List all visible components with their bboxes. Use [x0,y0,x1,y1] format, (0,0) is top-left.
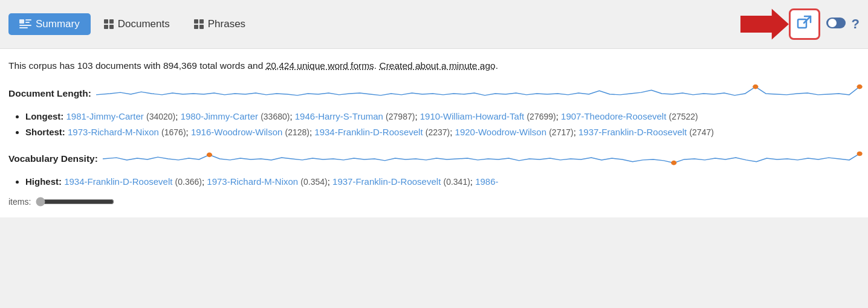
vocabulary-density-section-header: Vocabulary Density: [8,147,860,170]
svg-point-11 [857,85,862,89]
top-bar: Summary Documents Phrases [0,0,868,49]
link-1946-harry-s-truman[interactable]: 1946-Harry-S-Truman [295,111,383,121]
list-item-longest: Longest: 1981-Jimmy-Carter (34020); 1980… [25,109,860,124]
help-icon[interactable]: ? [852,16,860,32]
red-arrow [740,6,789,42]
summary-icon [19,19,31,29]
tab-summary[interactable]: Summary [8,13,91,35]
corpus-info: This corpus has 103 documents with 894,3… [8,59,860,72]
document-length-sparkline [96,82,860,105]
link-1907-theodore-roosevelt[interactable]: 1907-Theodore-Roosevelt [561,111,666,121]
svg-rect-1 [25,19,31,21]
unique-word-forms: 20,424 unique word forms [266,60,374,71]
svg-point-10 [753,85,758,89]
arrow-box-container [740,6,820,42]
main-content: This corpus has 103 documents with 894,3… [0,49,868,217]
link-1973-richard-m-nixon[interactable]: 1973-Richard-M-Nixon [68,127,159,137]
list-item-shortest: Shortest: 1973-Richard-M-Nixon (1676); 1… [25,124,860,140]
vocabulary-density-list: Highest: 1934-Franklin-D-Roosevelt (0.36… [8,174,860,190]
documents-grid-icon [104,19,114,29]
document-length-list: Longest: 1981-Jimmy-Carter (34020); 1980… [8,109,860,140]
items-label: items: [8,197,31,207]
created-time: Created about a minute ago [379,60,495,71]
link-1910-william-howard-taft[interactable]: 1910-William-Howard-Taft [420,111,525,121]
items-bar: items: [8,197,860,209]
vocabulary-density-sparkline [103,147,860,170]
tab-documents-label: Documents [118,18,170,30]
svg-point-13 [671,161,676,165]
link-1937-franklin-d-roosevelt-shortest[interactable]: 1937-Franklin-D-Roosevelt [578,127,687,137]
vocabulary-density-title: Vocabulary Density: [8,153,98,164]
link-1934-franklin-d-roosevelt[interactable]: 1934-Franklin-D-Roosevelt [314,127,423,137]
svg-point-9 [828,19,837,27]
link-1980-jimmy-carter[interactable]: 1980-Jimmy-Carter [181,111,258,121]
svg-rect-0 [19,19,24,24]
svg-marker-5 [740,9,789,40]
link-1934-franklin-d-roosevelt-vd[interactable]: 1934-Franklin-D-Roosevelt [64,176,172,187]
link-1937-franklin-d-roosevelt-vd[interactable]: 1937-Franklin-D-Roosevelt [332,176,441,187]
svg-rect-2 [25,22,30,23]
phrases-grid-icon [194,19,204,29]
tab-phrases[interactable]: Phrases [183,13,256,35]
link-1986[interactable]: 1986- [475,176,498,187]
link-1916-woodrow-wilson[interactable]: 1916-Woodrow-Wilson [191,127,282,137]
external-link-box[interactable] [789,8,820,40]
list-item-highest: Highest: 1934-Franklin-D-Roosevelt (0.36… [25,174,860,190]
link-1920-woodrow-wilson[interactable]: 1920-Woodrow-Wilson [455,127,546,137]
svg-rect-3 [19,25,31,26]
items-slider[interactable] [36,197,114,207]
top-bar-right: ? [740,6,860,42]
tab-phrases-label: Phrases [208,18,245,30]
svg-rect-4 [19,27,28,28]
link-1973-richard-m-nixon-vd[interactable]: 1973-Richard-M-Nixon [207,176,298,187]
toggle-icon[interactable] [826,15,846,34]
svg-point-14 [857,151,862,156]
document-length-section-header: Document Length: [8,82,860,105]
svg-point-12 [207,152,212,157]
link-1981-jimmy-carter[interactable]: 1981-Jimmy-Carter [66,111,144,121]
document-length-title: Document Length: [8,88,91,99]
tab-summary-label: Summary [36,18,80,30]
svg-rect-6 [798,19,806,28]
tab-documents[interactable]: Documents [93,13,181,35]
external-link-icon [797,14,812,34]
